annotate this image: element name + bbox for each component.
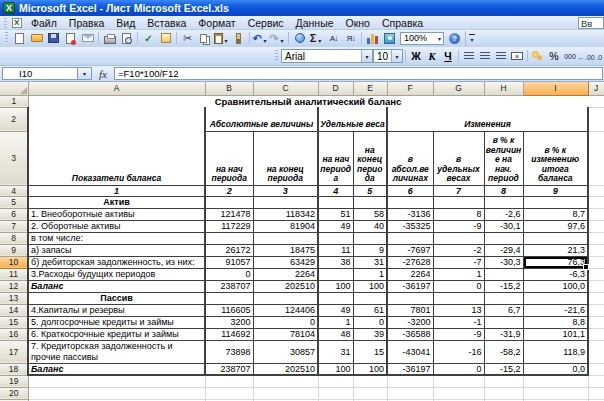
cell-E6[interactable]: 58	[353, 208, 387, 220]
cell-E13[interactable]	[353, 292, 387, 304]
row-header-1[interactable]: 1	[0, 95, 28, 107]
cell-I17[interactable]: 118,9	[523, 340, 588, 363]
menu-item-help[interactable]: Справка	[376, 16, 429, 29]
menu-item-edit[interactable]: Правка	[63, 16, 110, 29]
cell-G8[interactable]	[433, 232, 484, 244]
cell-H4[interactable]: 8	[484, 185, 523, 196]
cell-J13[interactable]	[588, 292, 604, 304]
cell-I8[interactable]	[523, 232, 588, 244]
cell-C16[interactable]: 78104	[253, 328, 318, 340]
row-header-20[interactable]: 20	[0, 387, 28, 399]
cell-J10[interactable]	[588, 256, 604, 268]
paste-button[interactable]	[213, 31, 230, 46]
column-header-H[interactable]: H	[484, 82, 523, 95]
currency-button[interactable]	[530, 49, 546, 64]
cell-B8[interactable]	[205, 232, 253, 244]
cell-B9[interactable]: 26172	[205, 244, 253, 256]
column-header-I[interactable]: I	[523, 82, 588, 95]
cell-J14[interactable]	[588, 304, 604, 316]
cell-B15[interactable]: 3200	[205, 316, 253, 328]
row-header-13[interactable]: 13	[0, 292, 28, 304]
cell-C17[interactable]: 30857	[253, 340, 318, 363]
menu-item-file[interactable]: Файл	[25, 16, 63, 29]
row-header-11[interactable]: 11	[0, 268, 28, 280]
cell-I13[interactable]	[523, 292, 588, 304]
cell-C7[interactable]: 81904	[253, 220, 318, 232]
cell-D20[interactable]	[318, 387, 353, 399]
cell-B17[interactable]: 73898	[205, 340, 253, 363]
cell-F13[interactable]	[387, 292, 433, 304]
cell-F14[interactable]: 7801	[387, 304, 433, 316]
cell-I16[interactable]: 101,1	[523, 328, 588, 340]
cell-H11[interactable]	[484, 268, 523, 280]
cell-A12[interactable]: Баланс	[28, 280, 205, 292]
cell-H9[interactable]: -29,4	[484, 244, 523, 256]
cell-E4[interactable]: 5	[353, 185, 387, 196]
cell-A6[interactable]: 1. Внеоборотные активы	[28, 208, 205, 220]
cell-J17[interactable]	[588, 340, 604, 363]
row-header-4[interactable]: 4	[0, 185, 28, 196]
cell-H17[interactable]: -58,2	[484, 340, 523, 363]
select-all-corner[interactable]	[0, 82, 28, 95]
cell-H10[interactable]: -30,3	[484, 256, 523, 268]
cell-C8[interactable]	[253, 232, 318, 244]
cell-D11[interactable]	[318, 268, 353, 280]
menu-item-insert[interactable]: Вставка	[141, 16, 192, 29]
cell-D14[interactable]: 49	[318, 304, 353, 316]
cell-B13[interactable]	[205, 292, 253, 304]
align-center-button[interactable]	[477, 49, 493, 64]
cell-J6[interactable]	[588, 208, 604, 220]
cell-D7[interactable]: 49	[318, 220, 353, 232]
italic-button[interactable]: К	[424, 49, 440, 64]
cell-E11[interactable]: 1	[353, 268, 387, 280]
cell-C19[interactable]	[253, 375, 318, 387]
permission-button[interactable]	[62, 31, 79, 46]
cell-B20[interactable]	[205, 387, 253, 399]
cell-G4[interactable]: 7	[433, 185, 484, 196]
cell-I18[interactable]: 0,0	[523, 363, 588, 375]
name-box-dropdown[interactable]	[78, 67, 92, 80]
cell-I6[interactable]: 8,7	[523, 208, 588, 220]
cell-J11[interactable]	[588, 268, 604, 280]
cell-I19[interactable]	[523, 375, 588, 387]
cell-D17[interactable]: 31	[318, 340, 353, 363]
cell-D15[interactable]: 1	[318, 316, 353, 328]
save-button[interactable]	[45, 31, 62, 46]
column-header-G[interactable]: G	[433, 82, 484, 95]
cell-E3[interactable]: на конец периода	[353, 131, 387, 185]
formula-input[interactable]: =F10*100/F12	[114, 67, 603, 80]
cell-E8[interactable]	[353, 232, 387, 244]
cell-J7[interactable]	[588, 220, 604, 232]
cell-I7[interactable]: 97,6	[523, 220, 588, 232]
row-header-7[interactable]: 7	[0, 220, 28, 232]
cell-D12[interactable]: 100	[318, 280, 353, 292]
cell-J4[interactable]	[588, 185, 604, 196]
cell-A18[interactable]: Баланс	[28, 363, 205, 375]
align-left-button[interactable]	[461, 49, 477, 64]
cell-J2[interactable]	[588, 107, 604, 131]
cell-H13[interactable]	[484, 292, 523, 304]
cell-A8[interactable]: в том числе:	[28, 232, 205, 244]
cell-C11[interactable]: 2264	[253, 268, 318, 280]
cell-G7[interactable]: -9	[433, 220, 484, 232]
cell-A5[interactable]: Актив	[28, 196, 205, 208]
menu-item-data[interactable]: Данные	[290, 16, 340, 29]
cell-F6[interactable]: -3136	[387, 208, 433, 220]
cell-J12[interactable]	[588, 280, 604, 292]
cell-A4[interactable]: 1	[28, 185, 205, 196]
cell-G20[interactable]	[433, 387, 484, 399]
cell-E19[interactable]	[353, 375, 387, 387]
cell-A20[interactable]	[28, 387, 205, 399]
spelling-button[interactable]	[140, 31, 157, 46]
cell-D5[interactable]	[318, 196, 353, 208]
underline-button[interactable]: Ч	[440, 49, 456, 64]
cell-B19[interactable]	[205, 375, 253, 387]
cut-button[interactable]	[179, 31, 196, 46]
cell-H12[interactable]: -15,2	[484, 280, 523, 292]
print-preview-button[interactable]	[118, 31, 135, 46]
cell-B16[interactable]: 114692	[205, 328, 253, 340]
column-header-B[interactable]: B	[205, 82, 253, 95]
cell-A16[interactable]: 6. Краткосрочные кредиты и займы	[28, 328, 205, 340]
cell-J16[interactable]	[588, 328, 604, 340]
cell-D13[interactable]	[318, 292, 353, 304]
